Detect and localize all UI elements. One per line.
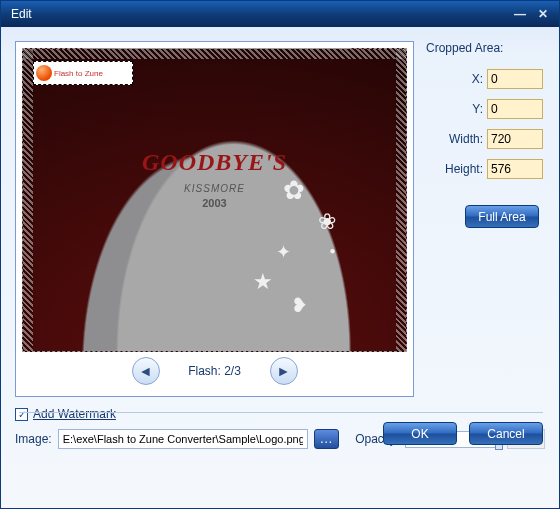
titlebar: Edit — ✕	[1, 1, 559, 27]
crop-x-input[interactable]	[487, 69, 543, 89]
crop-y-label: Y:	[426, 102, 487, 116]
cancel-button[interactable]: Cancel	[469, 422, 543, 445]
image-label: Image:	[15, 432, 52, 446]
cropped-area-panel: Cropped Area: X: Y: Width: Height:	[424, 41, 545, 397]
edit-dialog: Edit — ✕ Flash to Zune GOODBYE'S KISSMOR…	[0, 0, 560, 509]
ellipsis-icon: ...	[320, 432, 333, 446]
leaf-icon: ❥	[291, 293, 308, 317]
crop-width-input[interactable]	[487, 129, 543, 149]
card-title: GOODBYE'S	[23, 149, 406, 176]
crop-x-label: X:	[426, 72, 487, 86]
crop-y-input[interactable]	[487, 99, 543, 119]
watermark-overlay-text: Flash to Zune	[54, 69, 103, 78]
crop-width-label: Width:	[426, 132, 487, 146]
preview-nav: ◄ Flash: 2/3 ►	[22, 352, 407, 390]
sparkle-icon: ✦	[276, 241, 291, 263]
dot-icon: ●	[329, 245, 335, 256]
dialog-content: Flash to Zune GOODBYE'S KISSMORE 2003 ✿ …	[1, 27, 559, 455]
flash-counter: Flash: 2/3	[180, 364, 250, 378]
add-watermark-label: Add Watermark	[33, 407, 116, 421]
browse-button[interactable]: ...	[314, 429, 339, 449]
close-button[interactable]: ✕	[533, 6, 553, 22]
preview-panel: Flash to Zune GOODBYE'S KISSMORE 2003 ✿ …	[15, 41, 414, 397]
arrow-left-icon: ◄	[139, 363, 153, 379]
cropped-area-heading: Cropped Area:	[426, 41, 543, 55]
prev-flash-button[interactable]: ◄	[132, 357, 160, 385]
crop-height-input[interactable]	[487, 159, 543, 179]
ok-button[interactable]: OK	[383, 422, 457, 445]
next-flash-button[interactable]: ►	[270, 357, 298, 385]
window-title: Edit	[11, 7, 507, 21]
watermark-overlay[interactable]: Flash to Zune	[33, 61, 133, 85]
star-icon: ★	[253, 269, 273, 295]
flower-icon: ✿	[283, 175, 305, 206]
add-watermark-checkbox[interactable]	[15, 408, 28, 421]
card-year: 2003	[23, 197, 406, 209]
full-area-button[interactable]: Full Area	[465, 205, 539, 228]
watermark-logo-icon	[36, 65, 52, 81]
crop-height-label: Height:	[426, 162, 487, 176]
preview-image[interactable]: Flash to Zune GOODBYE'S KISSMORE 2003 ✿ …	[22, 48, 407, 352]
arrow-right-icon: ►	[277, 363, 291, 379]
minimize-button[interactable]: —	[510, 6, 530, 22]
dialog-buttons: OK Cancel	[383, 412, 543, 445]
upper-row: Flash to Zune GOODBYE'S KISSMORE 2003 ✿ …	[15, 41, 545, 397]
flower-icon: ❀	[318, 209, 336, 235]
crop-marquee-top	[23, 49, 406, 59]
card-subtitle: KISSMORE	[23, 183, 406, 194]
image-path-input[interactable]	[58, 429, 309, 449]
